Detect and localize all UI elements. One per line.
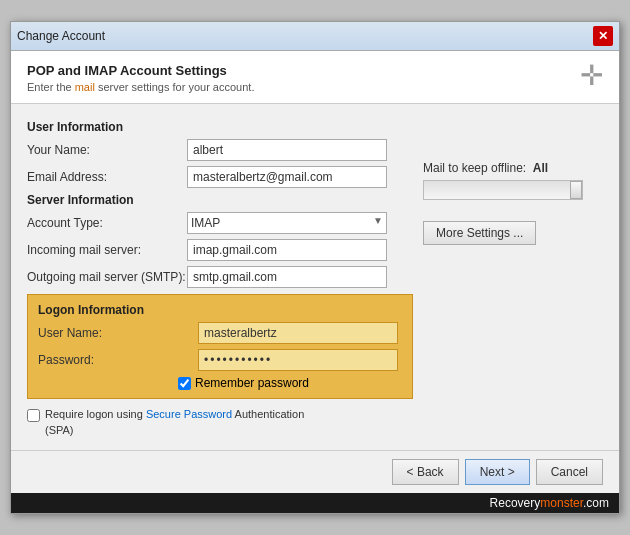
remember-label: Remember password [195, 376, 309, 390]
user-info-label: User Information [27, 120, 413, 134]
spa-link: Secure Password [146, 408, 232, 420]
email-row: Email Address: [27, 166, 413, 188]
outgoing-input[interactable] [187, 266, 387, 288]
username-label: User Name: [38, 326, 198, 340]
header-section: POP and IMAP Account Settings Enter the … [11, 51, 619, 104]
slider-container [423, 180, 583, 203]
password-label: Password: [38, 353, 198, 367]
outgoing-row: Outgoing mail server (SMTP): [27, 266, 413, 288]
incoming-input[interactable] [187, 239, 387, 261]
change-account-dialog: Change Account ✕ POP and IMAP Account Se… [10, 21, 620, 514]
name-label: Your Name: [27, 143, 187, 157]
incoming-row: Incoming mail server: [27, 239, 413, 261]
logon-label: Logon Information [38, 303, 402, 317]
watermark-text: Recoverymonster.com [490, 496, 609, 510]
main-content: User Information Your Name: Email Addres… [11, 104, 619, 450]
header-title: POP and IMAP Account Settings [27, 63, 254, 78]
spa-row: Require logon using Secure Password Auth… [27, 407, 413, 438]
next-button[interactable]: Next > [465, 459, 530, 485]
incoming-label: Incoming mail server: [27, 243, 187, 257]
username-row: User Name: [38, 322, 402, 344]
remember-checkbox[interactable] [178, 377, 191, 390]
account-type-label: Account Type: [27, 216, 187, 230]
left-form: User Information Your Name: Email Addres… [27, 116, 413, 438]
header-subtitle: Enter the mail server settings for your … [27, 81, 254, 93]
more-settings-button[interactable]: More Settings ... [423, 221, 536, 245]
spa-checkbox[interactable] [27, 409, 40, 422]
password-input[interactable] [198, 349, 398, 371]
remember-row: Remember password [38, 376, 402, 390]
account-type-row: Account Type: IMAP POP3 [27, 212, 413, 234]
right-form: Mail to keep offline: All More Settings … [423, 116, 603, 438]
outgoing-label: Outgoing mail server (SMTP): [27, 270, 187, 284]
account-type-select[interactable]: IMAP POP3 [187, 212, 387, 234]
form-area: User Information Your Name: Email Addres… [27, 116, 603, 438]
header-content: POP and IMAP Account Settings Enter the … [27, 63, 254, 93]
name-row: Your Name: [27, 139, 413, 161]
logon-section: Logon Information User Name: Password: R… [27, 294, 413, 399]
offline-value: All [533, 161, 548, 175]
spa-text: Require logon using Secure Password Auth… [45, 407, 304, 438]
cancel-button[interactable]: Cancel [536, 459, 603, 485]
footer: < Back Next > Cancel [11, 450, 619, 493]
watermark: Recoverymonster.com [11, 493, 619, 513]
account-type-wrapper: IMAP POP3 [187, 212, 387, 234]
server-info-label: Server Information [27, 193, 413, 207]
offline-label: Mail to keep offline: All [423, 161, 603, 175]
close-button[interactable]: ✕ [593, 26, 613, 46]
dialog-title: Change Account [17, 29, 105, 43]
more-settings-row: More Settings ... [423, 213, 603, 245]
header-link: mail [75, 81, 95, 93]
name-input[interactable] [187, 139, 387, 161]
cursor-icon: ✛ [580, 59, 603, 92]
email-label: Email Address: [27, 170, 187, 184]
email-input[interactable] [187, 166, 387, 188]
offline-slider[interactable] [423, 180, 583, 200]
password-row: Password: [38, 349, 402, 371]
title-bar: Change Account ✕ [11, 22, 619, 51]
back-button[interactable]: < Back [392, 459, 459, 485]
username-input[interactable] [198, 322, 398, 344]
